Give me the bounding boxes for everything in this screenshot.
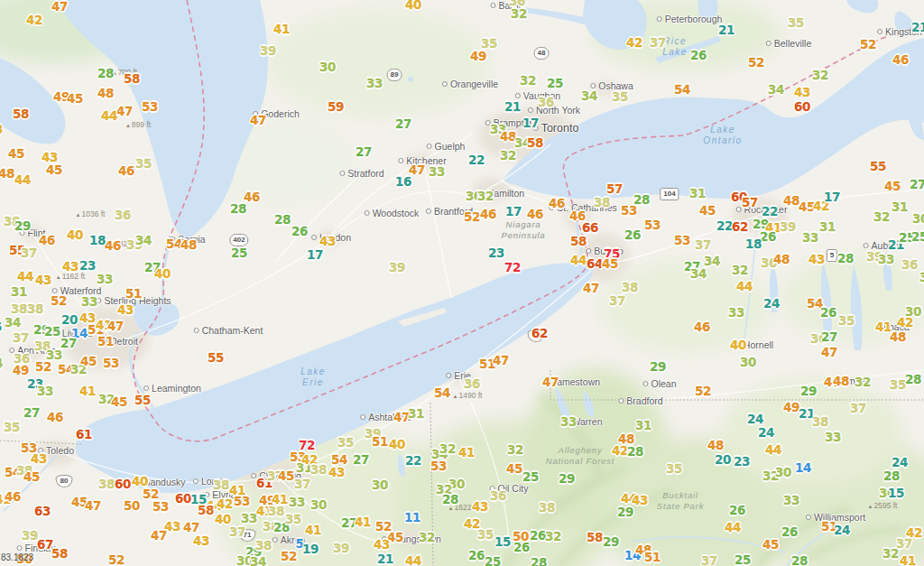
station-observation[interactable]: 38 <box>98 477 115 491</box>
station-observation[interactable]: 26 <box>760 229 776 244</box>
station-observation[interactable]: 43 <box>193 534 209 548</box>
station-observation[interactable]: 34 <box>135 233 152 247</box>
station-observation[interactable]: 21 <box>718 23 735 37</box>
station-observation[interactable]: 42 <box>626 35 642 50</box>
station-observation[interactable]: 24 <box>834 523 850 537</box>
station-observation[interactable]: 38 <box>622 280 638 294</box>
station-observation[interactable]: 28 <box>442 492 458 506</box>
station-observation[interactable]: 43 <box>35 273 51 287</box>
station-observation[interactable]: 23 <box>79 258 96 273</box>
station-observation[interactable]: 25 <box>547 76 563 90</box>
station-observation[interactable]: 48 <box>707 438 724 452</box>
station-observation[interactable]: 37 <box>294 477 310 491</box>
station-observation[interactable]: 40 <box>730 338 746 352</box>
station-observation[interactable]: 34 <box>0 356 3 370</box>
station-observation[interactable]: 38 <box>539 500 555 515</box>
station-observation[interactable]: 47 <box>107 319 124 333</box>
station-observation[interactable]: 44 <box>765 442 781 457</box>
station-observation[interactable]: 26 <box>690 48 707 62</box>
station-observation[interactable]: 48 <box>180 237 197 252</box>
station-observation[interactable]: 31 <box>689 186 706 200</box>
station-observation[interactable]: 36 <box>115 208 131 222</box>
station-observation[interactable]: 58 <box>527 135 543 150</box>
station-observation[interactable]: 19 <box>302 542 319 556</box>
station-observation[interactable]: 47 <box>493 353 509 367</box>
station-observation[interactable]: 31 <box>635 418 651 432</box>
station-observation[interactable]: 26 <box>624 227 641 242</box>
station-observation[interactable]: 33 <box>919 270 924 284</box>
station-observation[interactable]: 34 <box>250 554 266 566</box>
station-observation[interactable]: 38 <box>594 195 610 209</box>
station-observation[interactable]: 35 <box>788 15 804 30</box>
station-observation[interactable]: 62 <box>531 326 548 340</box>
station-observation[interactable]: 39 <box>260 43 276 58</box>
station-observation[interactable]: 31 <box>819 219 836 234</box>
station-observation[interactable]: 33 <box>429 164 445 179</box>
station-observation[interactable]: 51 <box>372 434 388 449</box>
station-observation[interactable]: 49 <box>13 363 29 377</box>
station-observation[interactable]: 37 <box>229 524 245 539</box>
station-observation[interactable]: 29 <box>603 534 619 549</box>
station-observation[interactable]: 57 <box>606 181 623 196</box>
station-observation[interactable]: 33 <box>878 252 894 266</box>
station-observation[interactable]: 58 <box>570 234 587 248</box>
station-observation[interactable]: 35 <box>666 461 682 476</box>
station-observation[interactable]: 52 <box>51 293 67 308</box>
station-observation[interactable]: 47 <box>183 520 199 534</box>
station-observation[interactable]: 52 <box>281 549 297 563</box>
station-observation[interactable]: 27 <box>60 336 77 350</box>
station-observation[interactable]: 32 <box>500 148 516 162</box>
station-observation[interactable]: 41 <box>273 22 290 36</box>
station-observation[interactable]: 48 <box>0 166 14 181</box>
station-observation[interactable]: 35 <box>838 313 855 328</box>
station-observation[interactable]: 43 <box>62 259 79 274</box>
station-observation[interactable]: 30 <box>905 304 921 319</box>
station-observation[interactable]: 53 <box>674 233 690 247</box>
station-observation[interactable]: 27 <box>821 329 837 344</box>
station-observation[interactable]: 40 <box>389 437 405 451</box>
station-observation[interactable]: 18 <box>745 237 762 251</box>
station-observation[interactable]: 33 <box>366 76 383 90</box>
station-observation[interactable]: 16 <box>395 174 411 189</box>
station-observation[interactable]: 30 <box>372 478 388 492</box>
station-observation[interactable]: 37 <box>701 553 717 566</box>
station-observation[interactable]: 15 <box>494 534 511 549</box>
station-observation[interactable]: 27 <box>353 452 369 467</box>
station-observation[interactable]: 25 <box>735 552 751 566</box>
station-observation[interactable]: 34 <box>768 82 784 97</box>
station-observation[interactable]: 53 <box>430 459 447 473</box>
station-observation[interactable]: 44 <box>17 269 33 283</box>
station-observation[interactable]: 28 <box>837 251 854 265</box>
station-observation[interactable]: 32 <box>545 529 561 543</box>
station-observation[interactable]: 28 <box>883 469 900 483</box>
station-observation[interactable]: 24 <box>747 412 763 426</box>
station-observation[interactable]: 41 <box>305 523 321 537</box>
station-observation[interactable]: 51 <box>97 334 114 348</box>
station-observation[interactable]: 27 <box>23 405 40 420</box>
station-observation[interactable]: 43 <box>472 499 488 514</box>
station-observation[interactable]: 47 <box>250 113 266 127</box>
station-observation[interactable]: 33 <box>560 414 577 429</box>
station-observation[interactable]: 47 <box>116 104 133 118</box>
station-observation[interactable]: 17 <box>824 190 840 204</box>
station-observation[interactable]: 41 <box>79 384 96 398</box>
station-observation[interactable]: 26 <box>820 305 836 320</box>
station-observation[interactable]: 37 <box>13 330 29 345</box>
station-observation[interactable]: 32 <box>882 546 899 561</box>
station-observation[interactable]: 31 <box>11 284 27 299</box>
station-observation[interactable]: 27 <box>395 116 411 131</box>
station-observation[interactable]: 40 <box>67 227 83 242</box>
station-observation[interactable]: 48 <box>97 86 114 100</box>
station-observation[interactable]: 27 <box>356 144 372 159</box>
station-observation[interactable]: 38 <box>310 462 327 477</box>
station-observation[interactable]: 37 <box>609 293 625 308</box>
station-observation[interactable]: 48 <box>783 193 799 208</box>
station-observation[interactable]: 14 <box>795 460 811 475</box>
station-observation[interactable]: 60 <box>794 99 810 114</box>
station-observation[interactable]: 43 <box>0 122 3 136</box>
station-observation[interactable]: 46 <box>118 163 134 178</box>
station-observation[interactable]: 43 <box>808 252 825 266</box>
station-observation[interactable]: 55 <box>870 159 886 173</box>
station-observation[interactable]: 43 <box>794 85 810 99</box>
station-observation[interactable]: 35 <box>337 435 354 450</box>
